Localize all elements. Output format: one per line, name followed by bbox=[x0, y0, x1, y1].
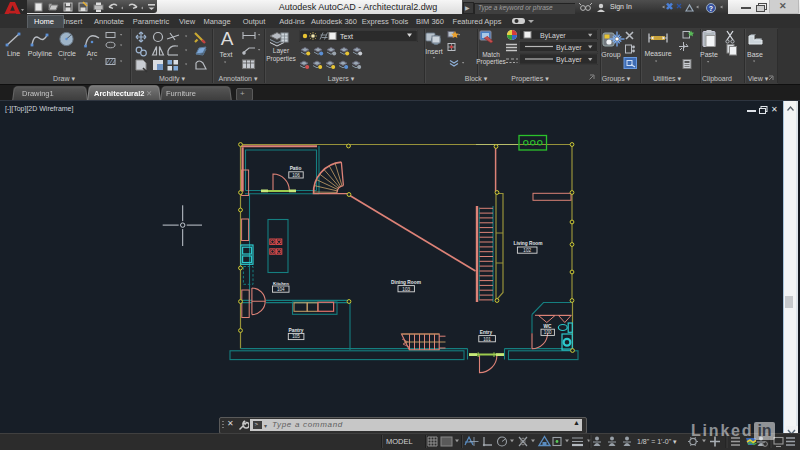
svg-text:Kitchen: Kitchen bbox=[273, 281, 289, 286]
svg-text:Entry: Entry bbox=[480, 330, 493, 335]
svg-text:Patio: Patio bbox=[290, 166, 302, 171]
svg-text:101: 101 bbox=[483, 337, 491, 342]
svg-text:Dining Room: Dining Room bbox=[391, 280, 421, 285]
svg-text:105: 105 bbox=[292, 334, 300, 339]
svg-text:102: 102 bbox=[523, 248, 531, 253]
svg-text:100: 100 bbox=[544, 330, 552, 335]
svg-text:WC: WC bbox=[544, 324, 553, 329]
svg-text:Living Room: Living Room bbox=[513, 241, 542, 246]
svg-text:106: 106 bbox=[292, 173, 300, 178]
svg-text:103: 103 bbox=[402, 287, 410, 292]
svg-text:104: 104 bbox=[277, 287, 285, 292]
svg-text:Pantry: Pantry bbox=[289, 328, 304, 333]
